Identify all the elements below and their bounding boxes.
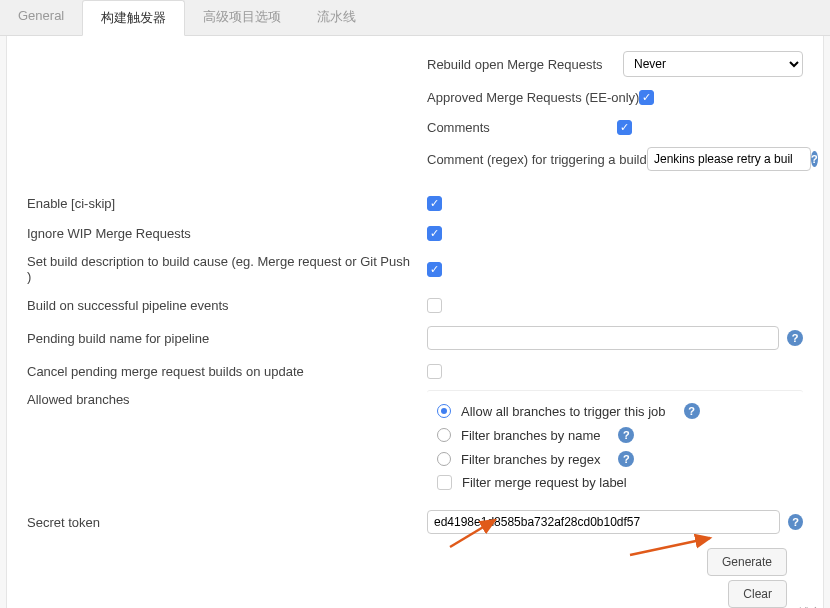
filter-by-name-label: Filter branches by name xyxy=(461,428,600,443)
build-on-success-label: Build on successful pipeline events xyxy=(27,298,427,313)
rebuild-open-mr-label: Rebuild open Merge Requests xyxy=(427,57,617,72)
tab-triggers[interactable]: 构建触发器 xyxy=(82,0,185,36)
secret-token-label: Secret token xyxy=(27,515,427,530)
rebuild-open-mr-select[interactable]: Never xyxy=(623,51,803,77)
help-icon[interactable]: ? xyxy=(788,514,803,530)
help-icon[interactable]: ? xyxy=(684,403,700,419)
allow-all-radio[interactable] xyxy=(437,404,451,418)
config-panel: Rebuild open Merge Requests Never Approv… xyxy=(6,36,824,608)
allow-all-label: Allow all branches to trigger this job xyxy=(461,404,666,419)
tab-bar: General 构建触发器 高级项目选项 流水线 xyxy=(0,0,830,36)
help-icon[interactable]: ? xyxy=(618,427,634,443)
filter-by-regex-radio[interactable] xyxy=(437,452,451,466)
cancel-pending-label: Cancel pending merge request builds on u… xyxy=(27,364,427,379)
tab-pipeline[interactable]: 流水线 xyxy=(299,0,374,35)
filter-by-regex-label: Filter branches by regex xyxy=(461,452,600,467)
allowed-branches-group: Allow all branches to trigger this job ?… xyxy=(427,390,803,494)
comment-regex-label: Comment (regex) for triggering a build xyxy=(427,152,647,167)
set-desc-label: Set build description to build cause (eg… xyxy=(27,254,427,284)
filter-by-label-label: Filter merge request by label xyxy=(462,475,627,490)
ignore-wip-label: Ignore WIP Merge Requests xyxy=(27,226,427,241)
help-icon[interactable]: ? xyxy=(811,151,818,167)
secret-token-input[interactable] xyxy=(427,510,780,534)
cancel-pending-checkbox[interactable] xyxy=(427,364,442,379)
set-desc-checkbox[interactable]: ✓ xyxy=(427,262,442,277)
comments-checkbox[interactable]: ✓ xyxy=(617,120,632,135)
approved-mr-label: Approved Merge Requests (EE-only) xyxy=(427,90,639,105)
ignore-wip-checkbox[interactable]: ✓ xyxy=(427,226,442,241)
filter-by-name-radio[interactable] xyxy=(437,428,451,442)
pending-build-name-label: Pending build name for pipeline xyxy=(27,331,427,346)
tab-general[interactable]: General xyxy=(0,0,82,35)
build-on-success-checkbox[interactable] xyxy=(427,298,442,313)
enable-ciskip-label: Enable [ci-skip] xyxy=(27,196,427,211)
pending-build-name-input[interactable] xyxy=(427,326,779,350)
help-icon[interactable]: ? xyxy=(787,330,803,346)
allowed-branches-label: Allowed branches xyxy=(27,392,427,407)
filter-by-label-checkbox[interactable] xyxy=(437,475,452,490)
comment-regex-input[interactable] xyxy=(647,147,811,171)
comments-label: Comments xyxy=(427,120,617,135)
help-icon[interactable]: ? xyxy=(618,451,634,467)
generate-button[interactable]: Generate xyxy=(707,548,787,576)
clear-button[interactable]: Clear xyxy=(728,580,787,608)
tab-advanced[interactable]: 高级项目选项 xyxy=(185,0,299,35)
enable-ciskip-checkbox[interactable]: ✓ xyxy=(427,196,442,211)
approved-mr-checkbox[interactable]: ✓ xyxy=(639,90,654,105)
